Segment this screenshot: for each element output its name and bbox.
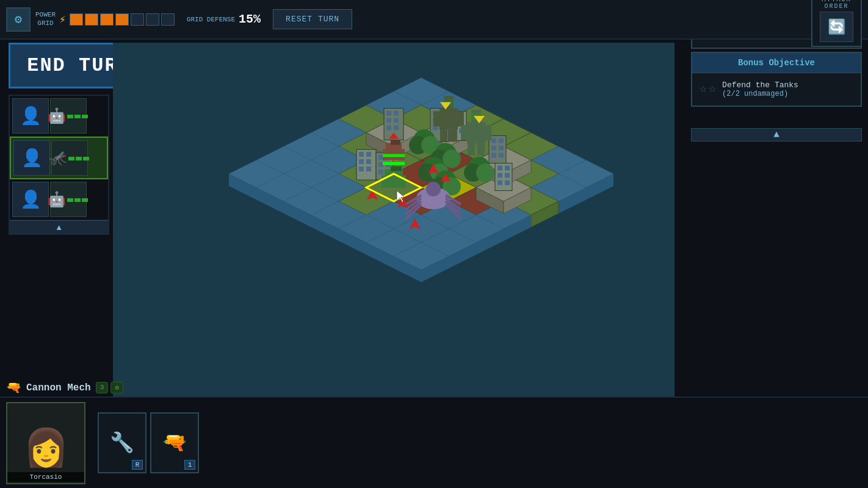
cannon-mech-icon: 🔫 — [6, 380, 21, 395]
top-bar: ⚙ POWER GRID ⚡ GRID DEFENSE 15% RESET TU… — [0, 0, 868, 40]
unit-portrait-2: 👤 — [12, 182, 49, 217]
power-bar-2 — [100, 13, 114, 26]
bonus-subdescription: (2/2 undamaged) — [722, 90, 798, 98]
health-dot — [82, 198, 88, 202]
reset-turn-button[interactable]: RESET TURN — [273, 9, 352, 29]
power-bar-5 — [146, 13, 159, 26]
attack-order-section: ATTACK ORDER 🔄 — [811, 0, 862, 47]
power-bar-6 — [161, 13, 175, 26]
power-bar-4 — [131, 13, 144, 26]
unit-mech-2: 🤖 — [50, 182, 87, 217]
star-2-icon: ☆ — [709, 81, 716, 96]
cannon-mech-name: Cannon Mech — [26, 382, 91, 393]
bonus-objective-header: Bonus Objective — [692, 53, 861, 73]
power-bar-1 — [85, 13, 98, 26]
grid-defense-label: GRID DEFENSE — [187, 16, 235, 23]
health-dot — [67, 115, 73, 118]
unit-list-scroll-button[interactable]: ▲ — [10, 220, 108, 234]
unit-portrait-0: 👤 — [12, 98, 49, 134]
health-dot — [83, 157, 89, 160]
unit-mech-0: 🤖 — [50, 98, 87, 134]
pilot-face-icon: 👩 — [23, 426, 69, 471]
power-grid-section: POWER GRID ⚡ — [35, 11, 175, 27]
unit-list-panel: 👤 🤖 👤 🦟 👤 🤖 ▲ — [9, 95, 109, 235]
health-dot — [67, 198, 73, 202]
unit-row-2[interactable]: 👤 🤖 — [10, 179, 108, 220]
power-bars — [70, 13, 175, 26]
pilot-portrait: 👩 Torcasio — [6, 402, 85, 484]
health-dot — [76, 157, 82, 160]
unit-row-1[interactable]: 👤 🦟 — [10, 137, 108, 179]
power-bar-3 — [115, 13, 129, 26]
unit-health-0 — [66, 115, 89, 118]
bonus-description: Defend the Tanks — [722, 81, 798, 90]
action-slot-0[interactable]: 🔧 R — [98, 412, 146, 473]
unit-health-1 — [67, 157, 90, 160]
grid-defense-value: 15% — [239, 12, 261, 26]
cannon-mech-label: 🔫 Cannon Mech 3 ⚙ — [6, 380, 123, 395]
action-slot-badge-1: 1 — [184, 460, 195, 470]
attack-order-icon: 🔄 — [820, 12, 853, 42]
cannon-mech-gear-badge: ⚙ — [110, 382, 123, 393]
action-slot-1[interactable]: 🔫 1 — [150, 412, 199, 473]
unit-portrait-1: 👤 — [13, 140, 50, 176]
scroll-up-button[interactable]: ▲ — [691, 128, 862, 142]
pilot-name: Torcasio — [7, 472, 84, 482]
attack-order-subtitle: ORDER — [820, 3, 853, 10]
cannon-mech-badges: 3 ⚙ — [96, 382, 123, 393]
settings-icon[interactable]: ⚙ — [6, 7, 31, 32]
stars-container: ☆ ☆ — [700, 81, 716, 96]
action-slot-badge-0: R — [132, 460, 143, 470]
unit-mech-1: 🦟 — [51, 140, 88, 176]
action-slot-icon-1: 🔫 — [162, 431, 187, 455]
action-slots: 🔧 R 🔫 1 — [98, 412, 199, 473]
health-dot — [82, 115, 88, 118]
health-dot — [68, 157, 74, 160]
health-dot — [74, 198, 81, 202]
bonus-objective-body: ☆ ☆ Defend the Tanks (2/2 undamaged) — [692, 73, 861, 106]
bonus-objective-panel: Bonus Objective ☆ ☆ Defend the Tanks (2/… — [691, 52, 862, 107]
game-map[interactable] — [113, 43, 675, 445]
unit-health-2 — [66, 198, 89, 202]
grid-defense-section: GRID DEFENSE 15% — [187, 12, 261, 26]
bottom-bar: 👩 Torcasio 🔧 R 🔫 1 — [0, 396, 868, 488]
cannon-mech-level-badge: 3 — [96, 382, 109, 393]
action-slot-icon-0: 🔧 — [110, 431, 134, 455]
unit-row-0[interactable]: 👤 🤖 — [10, 96, 108, 137]
star-1-icon: ☆ — [700, 81, 707, 96]
health-dot — [74, 115, 81, 118]
power-grid-label: POWER GRID — [35, 11, 56, 27]
lightning-icon: ⚡ — [59, 13, 66, 26]
power-bar-0 — [70, 13, 83, 26]
